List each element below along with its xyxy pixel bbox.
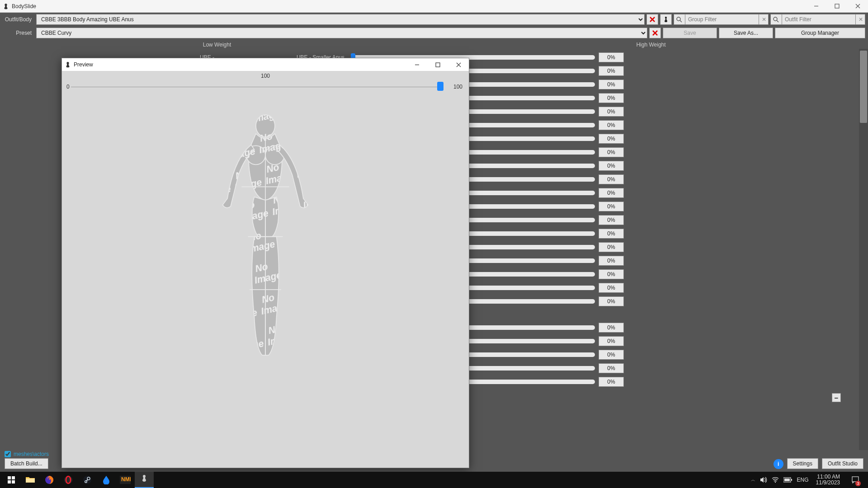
outfit-label: Outfit/Body	[3, 16, 34, 23]
slider-value-right[interactable]: 0%	[599, 377, 624, 387]
batch-build-button[interactable]: Batch Build...	[5, 458, 48, 469]
svg-rect-27	[12, 476, 15, 479]
slider-value-right[interactable]: 0%	[599, 323, 624, 333]
svg-point-40	[774, 482, 775, 483]
slider-value-right[interactable]: 0%	[599, 52, 624, 62]
outfit-filter-wrap[interactable]: ✕	[770, 14, 865, 25]
slider-value-right[interactable]: 0%	[599, 336, 624, 346]
slider-value-right[interactable]: 0%	[599, 269, 624, 279]
opera-icon[interactable]	[59, 472, 78, 488]
slider-value-right[interactable]: 0%	[599, 363, 624, 373]
svg-rect-43	[784, 479, 790, 481]
outfit-select[interactable]: CBBE 3BBB Body Amazing UBE Anus	[36, 14, 645, 25]
weight-headers: Low Weight High Weight	[0, 40, 868, 50]
slider-value-right[interactable]: 0%	[599, 242, 624, 252]
high-weight-header: High Weight	[434, 42, 868, 48]
language-indicator[interactable]: ENG	[797, 477, 809, 483]
info-icon[interactable]: i	[774, 459, 783, 469]
volume-icon[interactable]	[760, 477, 767, 483]
tray-chevron-icon[interactable]: ︿	[751, 477, 755, 483]
svg-line-7	[680, 20, 682, 22]
preview-maximize-button[interactable]	[427, 58, 448, 71]
slider-value-right[interactable]: 0%	[599, 107, 624, 117]
vertical-scrollbar[interactable]	[859, 49, 868, 462]
save-button[interactable]: Save	[663, 28, 717, 38]
windows-taskbar: NMM ︿ ENG 11:00 AM 11/9/2023 3	[0, 472, 868, 488]
outfit-filter-clear-icon[interactable]: ✕	[859, 16, 863, 23]
main-minimize-button[interactable]	[806, 0, 826, 13]
outfit-browse-button[interactable]	[660, 14, 672, 25]
preview-window: Preview 100 0 100 No Image	[61, 58, 469, 468]
slider-value-right[interactable]: 0%	[599, 147, 624, 157]
start-button[interactable]	[2, 472, 21, 488]
group-filter-wrap[interactable]: ✕	[674, 14, 769, 25]
svg-rect-13	[436, 63, 440, 67]
slider-value-right[interactable]: 0%	[599, 134, 624, 144]
slider-value-right[interactable]: 0%	[599, 120, 624, 130]
svg-point-8	[774, 17, 777, 21]
outfit-filter-input[interactable]	[782, 14, 856, 25]
slider-value-right[interactable]: 0%	[599, 350, 624, 360]
outfit-studio-button[interactable]: Outfit Studio	[822, 458, 863, 469]
steam-icon[interactable]	[78, 472, 97, 488]
svg-rect-29	[12, 480, 15, 483]
notification-badge: 3	[855, 481, 861, 486]
slider-value-right[interactable]: 0%	[599, 215, 624, 225]
wifi-icon[interactable]	[772, 477, 779, 483]
preview-viewport[interactable]: No Image	[62, 94, 469, 468]
slider-value-right[interactable]: 0%	[599, 256, 624, 266]
taskbar-clock[interactable]: 11:00 AM 11/9/2023	[813, 474, 843, 486]
slider-value-right[interactable]: 0%	[599, 283, 624, 293]
outfit-clear-button[interactable]	[646, 14, 658, 25]
slider-value-right[interactable]: 0%	[599, 202, 624, 211]
collapse-section-button[interactable]: −	[832, 393, 841, 402]
preview-weight-slider[interactable]: 100 0 100	[62, 71, 469, 94]
group-filter-input[interactable]	[685, 14, 759, 25]
scrollbar-thumb[interactable]	[860, 51, 867, 123]
notification-center-icon[interactable]: 3	[847, 472, 863, 488]
slider-value-right[interactable]: 0%	[599, 174, 624, 184]
preview-close-button[interactable]	[448, 58, 469, 71]
app-title: BodySlide	[12, 3, 806, 9]
slider-value-right[interactable]: 0%	[599, 66, 624, 76]
svg-point-6	[677, 17, 680, 21]
preview-app-icon	[65, 61, 71, 68]
output-path-checkbox[interactable]	[5, 451, 11, 457]
slider-value-right[interactable]: 0%	[599, 80, 624, 89]
settings-button[interactable]: Settings	[787, 458, 818, 469]
toolbar-preset-row: Preset CBBE Curvy Save Save As... Group …	[0, 26, 868, 40]
main-maximize-button[interactable]	[826, 0, 847, 13]
slider-value-right[interactable]: 0%	[599, 188, 624, 198]
preview-titlebar: Preview	[62, 58, 469, 71]
save-as-button[interactable]: Save As...	[719, 28, 773, 38]
preview-slider-thumb[interactable]	[437, 82, 443, 91]
bodyslide-taskbar-icon[interactable]	[135, 472, 154, 488]
svg-rect-28	[8, 480, 11, 483]
battery-icon[interactable]	[783, 477, 793, 483]
nmm-icon[interactable]: NMM	[116, 472, 135, 488]
preset-select[interactable]: CBBE Curvy	[36, 28, 647, 38]
preset-clear-button[interactable]	[649, 28, 661, 38]
main-titlebar: BodySlide	[0, 0, 868, 13]
output-path-text: meshes\actors	[14, 451, 49, 457]
preview-minimize-button[interactable]	[406, 58, 427, 71]
svg-text:NMM: NMM	[121, 476, 131, 483]
raindrop-icon[interactable]	[97, 472, 116, 488]
search-icon	[676, 16, 682, 23]
file-explorer-icon[interactable]	[21, 472, 40, 488]
firefox-icon[interactable]	[40, 472, 59, 488]
preview-body-model: No Image	[184, 112, 347, 365]
main-close-button[interactable]	[847, 0, 868, 13]
svg-rect-26	[8, 476, 11, 479]
group-filter-clear-icon[interactable]: ✕	[762, 16, 766, 23]
slider-value-right[interactable]: 0%	[599, 229, 624, 239]
slider-value-right[interactable]: 0%	[599, 93, 624, 103]
preview-left-value: 0	[66, 84, 70, 90]
clock-date: 11/9/2023	[816, 480, 840, 486]
svg-point-32	[64, 476, 72, 484]
slider-value-right[interactable]: 0%	[599, 161, 624, 171]
svg-rect-1	[835, 4, 839, 8]
preview-title: Preview	[74, 61, 406, 68]
slider-value-right[interactable]: 0%	[599, 296, 624, 306]
group-manager-button[interactable]: Group Manager	[775, 28, 865, 38]
